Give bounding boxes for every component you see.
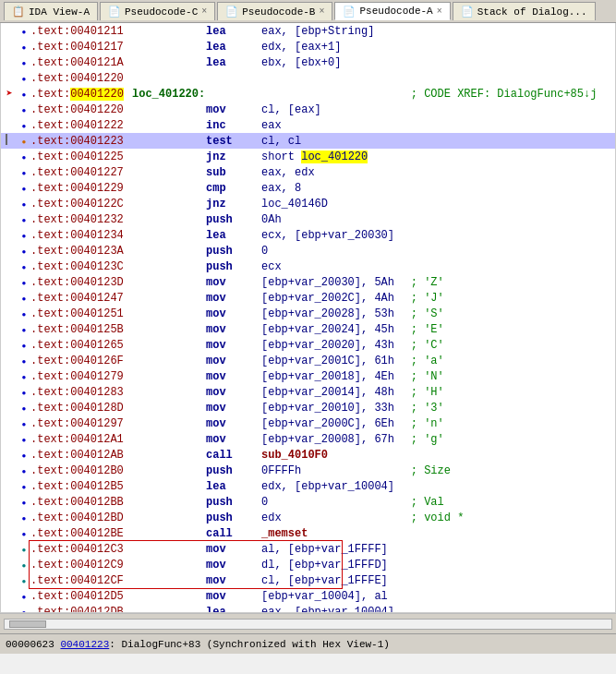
tab-label: Pseudocode-C	[125, 6, 198, 18]
table-row[interactable]: ●.text:00401251mov[ebp+var_20028], 53h; …	[1, 306, 615, 321]
table-row[interactable]: ●.text:00401247mov[ebp+var_2002C], 4Ah; …	[1, 290, 615, 306]
table-row[interactable]: ●.text:004012DBleaeax, [ebp+var_10004]	[1, 604, 615, 612]
table-row[interactable]: ●.text:00401234leaecx, [ebp+var_20030]	[1, 227, 615, 243]
table-row[interactable]: ●.text:0040123Dmov[ebp+var_20030], 5Ah; …	[1, 274, 615, 290]
table-row[interactable]: ●.text:004012B5leaedx, [ebp+var_10004]	[1, 478, 615, 494]
row-label	[132, 70, 206, 86]
row-address: .text:00401247	[30, 290, 132, 306]
table-row[interactable]: ●.text:00401232push0Ah	[1, 211, 615, 227]
dot-blue: ●	[22, 169, 27, 177]
row-comment	[407, 541, 615, 557]
ops-text: eax	[261, 119, 282, 132]
comment-text: ; Size	[411, 464, 451, 477]
scrollbar-thumb[interactable]	[9, 620, 46, 628]
row-address: .text:0040123C	[30, 259, 132, 274]
table-row[interactable]: ●.text:00401220	[1, 70, 615, 86]
table-row[interactable]: ●.text:00401222inceax	[1, 117, 615, 133]
table-row[interactable]: ●.text:00401229cmpeax, 8	[1, 180, 615, 196]
table-row[interactable]: ●.text:004012CFmovcl, [ebp+var_1FFFE]	[1, 572, 615, 588]
tab-stack-dialog[interactable]: 📄 Stack of Dialog...	[453, 2, 596, 20]
row-comment: ; 'g'	[407, 431, 615, 447]
row-mnemonic: mov	[206, 572, 261, 588]
addr-text: .text:004012CF	[30, 574, 124, 587]
row-mnemonic: call	[206, 447, 261, 463]
comment-text: ; CODE XREF: DialogFunc+85↓j	[411, 88, 598, 101]
dot-blue: ●	[22, 247, 27, 256]
table-row[interactable]: ●.text:00401227subeax, edx	[1, 164, 615, 180]
table-row[interactable]: ●.text:004012BDpushedx; void *	[1, 510, 615, 525]
row-comment: ; 'C'	[407, 337, 615, 353]
table-row[interactable]: ●.text:004012C3moval, [ebp+var_1FFFF]	[1, 541, 615, 557]
table-row[interactable]: ●.text:0040128Dmov[ebp+var_20010], 33h; …	[1, 400, 615, 415]
row-indicator	[1, 353, 18, 368]
table-row[interactable]: ●.text:00401283mov[ebp+var_20014], 48h; …	[1, 384, 615, 400]
table-row[interactable]: ●.text:0040123Apush0	[1, 243, 615, 259]
row-mnemonic: jnz	[206, 196, 261, 211]
row-dot: ●	[18, 572, 30, 588]
row-label	[132, 306, 206, 321]
table-row[interactable]: ●.text:0040122Cjnzloc_40146D	[1, 196, 615, 211]
dot-blue: ●	[22, 342, 27, 350]
table-row[interactable]: ●.text:004012BEcall_memset	[1, 525, 615, 541]
table-row[interactable]: ●.text:00401279mov[ebp+var_20018], 4Eh; …	[1, 368, 615, 384]
row-indicator	[1, 494, 18, 510]
row-mnemonic: push	[206, 211, 261, 227]
table-row[interactable]: ➤●.text:00401220loc_401220:; CODE XREF: …	[1, 86, 615, 102]
table-row[interactable]: ●.text:00401223testcl, cl	[1, 133, 615, 149]
addr-text: .text:00401225	[30, 150, 124, 163]
row-comment	[407, 23, 615, 39]
tab-close-icon[interactable]: ×	[437, 6, 442, 17]
horizontal-scrollbar[interactable]	[0, 613, 616, 633]
tab-pseudocode-c[interactable]: 📄 Pseudocode-C ×	[100, 2, 215, 20]
table-row[interactable]: ●.text:004012ABcallsub_4010F0	[1, 447, 615, 463]
table-row[interactable]: ●.text:00401225jnzshort loc_401220	[1, 149, 615, 164]
code-scroll-area[interactable]: ●.text:00401211leaeax, [ebp+String]●.tex…	[1, 23, 615, 612]
table-row[interactable]: ●.text:0040121Aleaebx, [ebx+0]	[1, 54, 615, 70]
row-indicator	[1, 572, 18, 588]
table-row[interactable]: ●.text:0040123Cpushecx	[1, 259, 615, 274]
row-indicator	[1, 337, 18, 353]
table-row[interactable]: ●.text:004012BBpush0; Val	[1, 494, 615, 510]
mnem-text: mov	[206, 433, 226, 446]
row-dot: ●	[18, 353, 30, 368]
table-row[interactable]: ●.text:004012B0push0FFFFh; Size	[1, 463, 615, 478]
table-row[interactable]: ●.text:00401265mov[ebp+var_20020], 43h; …	[1, 337, 615, 353]
row-address: .text:00401211	[30, 23, 132, 39]
addr-text: .text:00401217	[30, 41, 124, 54]
row-dot: ●	[18, 431, 30, 447]
comment-text: ; 'H'	[411, 386, 444, 399]
dot-blue: ●	[22, 106, 27, 114]
table-row[interactable]: ●.text:00401211leaeax, [ebp+String]	[1, 23, 615, 39]
tab-pseudocode-a[interactable]: 📄 Pseudocode-A ×	[334, 2, 450, 20]
row-indicator	[1, 384, 18, 400]
dot-blue: ●	[22, 200, 27, 209]
dot-blue: ●	[22, 279, 27, 287]
row-indicator	[1, 478, 18, 494]
row-dot: ●	[18, 39, 30, 54]
row-label	[132, 447, 206, 463]
row-mnemonic: push	[206, 243, 261, 259]
mnem-text: mov	[206, 402, 226, 415]
row-address: .text:00401220	[30, 102, 132, 117]
scrollbar-track[interactable]	[4, 619, 612, 630]
tab-pseudocode-b[interactable]: 📄 Pseudocode-B ×	[217, 2, 332, 20]
table-row[interactable]: ●.text:004012C9movdl, [ebp+var_1FFFD]	[1, 557, 615, 572]
addr-text: .text:0040128D	[30, 402, 124, 415]
dot-blue: ●	[22, 373, 27, 381]
tab-close-icon[interactable]: ×	[201, 6, 207, 17]
mnem-text: lea	[206, 41, 226, 54]
tab-close-icon[interactable]: ×	[319, 6, 324, 17]
table-row[interactable]: ●.text:00401217leaedx, [eax+1]	[1, 39, 615, 54]
table-row[interactable]: ●.text:0040125Bmov[ebp+var_20024], 45h; …	[1, 321, 615, 337]
table-row[interactable]: ●.text:004012D5mov[ebp+var_10004], al	[1, 588, 615, 604]
row-address: .text:0040125B	[30, 321, 132, 337]
table-row[interactable]: ●.text:0040126Fmov[ebp+var_2001C], 61h; …	[1, 353, 615, 368]
table-row[interactable]: ●.text:00401297mov[ebp+var_2000C], 6Eh; …	[1, 415, 615, 431]
addr-text: .text:00401265	[30, 339, 124, 352]
row-indicator	[1, 368, 18, 384]
row-dot: ●	[18, 211, 30, 227]
table-row[interactable]: ●.text:00401220movcl, [eax]	[1, 102, 615, 117]
status-link[interactable]: 00401223	[60, 639, 109, 650]
table-row[interactable]: ●.text:004012A1mov[ebp+var_20008], 67h; …	[1, 431, 615, 447]
tab-ida-view-a[interactable]: 📋 IDA View-A	[4, 2, 98, 20]
